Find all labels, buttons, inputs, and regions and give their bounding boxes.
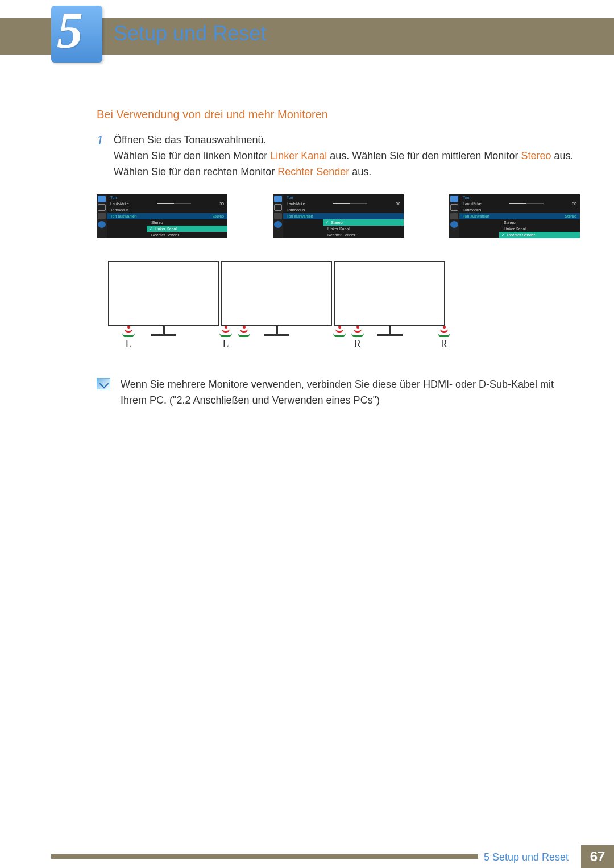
menu-title: Ton	[107, 194, 227, 201]
volume-slider	[157, 203, 191, 204]
note-text: Wenn Sie mehrere Monitore verwenden, ver…	[121, 377, 580, 409]
menu-body: Ton Lautstärke50 Tonmodus Ton auswählen …	[283, 194, 404, 238]
osd-menu-left: Ton Lautstärke50 Tonmodus Ton auswählenS…	[97, 194, 227, 238]
gear-icon	[450, 213, 458, 219]
submenu: Stereo Linker Kanal Rechter Sender	[499, 219, 580, 238]
speaker-label-R: R	[354, 338, 361, 350]
hl-stereo: Stereo	[521, 150, 551, 161]
row-ton-auswaehlen: Ton auswählenStereo	[107, 213, 227, 219]
t2d: aus.	[349, 166, 371, 177]
volume-slider	[509, 203, 544, 204]
chapter-number: 5	[57, 0, 83, 60]
step-number: 1	[97, 132, 114, 180]
arrows-icon	[98, 204, 106, 211]
row-ton-auswaehlen: Ton auswählenStereo	[459, 213, 580, 219]
speaker-label-L: L	[223, 338, 229, 350]
footer-page-number: 67	[581, 845, 614, 868]
monitor-1	[108, 261, 219, 336]
hl-rechter-sender: Rechter Sender	[277, 166, 349, 177]
row-volume: Lautstärke50	[107, 201, 227, 207]
menu-body: Ton Lautstärke50 Tonmodus Ton auswählenS…	[459, 194, 580, 238]
row-tonmodus: Tonmodus	[107, 207, 227, 213]
menu-title: Ton	[459, 194, 580, 201]
opt-linker-kanal: Linker Kanal	[147, 226, 227, 232]
arrows-icon	[450, 204, 458, 211]
monitor-row	[108, 261, 580, 336]
info-icon	[98, 221, 106, 228]
menu-sidebar	[97, 194, 107, 238]
arrows-icon	[274, 204, 282, 211]
note: Wenn Sie mehrere Monitore verwenden, ver…	[97, 377, 580, 409]
menu-sidebar	[449, 194, 459, 238]
opt-rechter-sender: Rechter Sender	[147, 232, 227, 238]
monitor-icon	[274, 196, 282, 202]
info-icon	[450, 221, 458, 228]
monitor-icon	[450, 196, 458, 202]
section-heading: Bei Verwendung von drei und mehr Monitor…	[97, 108, 580, 121]
speaker-group-4: R	[438, 326, 450, 350]
opt-stereo: Stereo	[499, 219, 580, 226]
speaker-label-R: R	[441, 338, 447, 350]
submenu: Stereo Linker Kanal Rechter Sender	[323, 219, 404, 238]
menu-title: Ton	[283, 194, 404, 201]
row-tonmodus: Tonmodus	[459, 207, 580, 213]
speaker-icon: L	[122, 326, 135, 350]
row-volume: Lautstärke50	[283, 201, 404, 207]
chapter-title: Setup und Reset	[114, 22, 266, 45]
speaker-icon: .	[238, 326, 250, 350]
monitor-icon	[98, 196, 106, 202]
opt-rechter-sender: Rechter Sender	[499, 232, 580, 238]
note-icon	[97, 378, 110, 389]
volume-slider	[333, 203, 367, 204]
speaker-icon: R	[438, 326, 450, 350]
t2b: aus. Wählen Sie für den mittleren Monito…	[327, 150, 521, 161]
diagram: Ton Lautstärke50 Tonmodus Ton auswählenS…	[97, 194, 580, 326]
info-icon	[274, 221, 282, 228]
opt-rechter-sender: Rechter Sender	[323, 232, 404, 238]
menu-sidebar	[273, 194, 283, 238]
speaker-group-2: L .	[219, 326, 250, 350]
osd-menu-center: Ton Lautstärke50 Tonmodus Ton auswählen …	[273, 194, 404, 238]
step-1: 1 Öffnen Sie das Tonauswahlmenü. Wählen …	[97, 132, 580, 180]
opt-linker-kanal: Linker Kanal	[323, 226, 404, 232]
osd-menu-right: Ton Lautstärke50 Tonmodus Ton auswählenS…	[449, 194, 580, 238]
gear-icon	[274, 213, 282, 219]
monitor-3	[334, 261, 445, 336]
menu-body: Ton Lautstärke50 Tonmodus Ton auswählenS…	[107, 194, 227, 238]
gear-icon	[98, 213, 106, 219]
row-tonmodus: Tonmodus	[283, 207, 404, 213]
footer-label: 5 Setup und Reset	[478, 852, 574, 863]
content-area: Bei Verwendung von drei und mehr Monitor…	[97, 108, 580, 408]
row-volume: Lautstärke50	[459, 201, 580, 207]
hl-linker-kanal: Linker Kanal	[270, 150, 327, 161]
opt-stereo: Stereo	[323, 219, 404, 226]
t2a: Wählen Sie für den linken Monitor	[114, 150, 270, 161]
speaker-icon: R	[351, 326, 364, 350]
step-line1: Öffnen Sie das Tonauswahlmenü.	[114, 134, 267, 146]
speaker-group-3: . R	[333, 326, 364, 350]
opt-stereo: Stereo	[147, 219, 227, 226]
step-text: Öffnen Sie das Tonauswahlmenü. Wählen Si…	[114, 132, 580, 180]
speaker-icon: L	[219, 326, 232, 350]
speaker-group-1: L	[122, 326, 135, 350]
speaker-label-L: L	[126, 338, 132, 350]
monitor-2	[221, 261, 332, 336]
row-ton-auswaehlen: Ton auswählen	[283, 213, 404, 219]
speaker-icon: .	[333, 326, 346, 350]
opt-linker-kanal: Linker Kanal	[499, 226, 580, 232]
osd-menus: Ton Lautstärke50 Tonmodus Ton auswählenS…	[97, 194, 580, 238]
footer: 5 Setup und Reset 67	[0, 845, 614, 868]
submenu: Stereo Linker Kanal Rechter Sender	[147, 219, 227, 238]
